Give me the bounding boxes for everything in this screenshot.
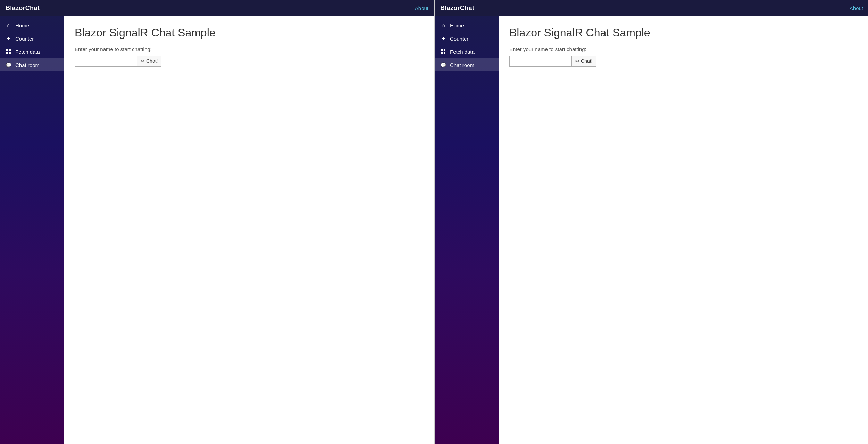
chat-icon-2 (440, 62, 446, 68)
sidebar-2: Home Counter Fetch data Chat room (435, 16, 499, 444)
sidebar-item-fetchdata-label-2: Fetch data (450, 49, 475, 55)
sidebar-item-fetchdata-label-1: Fetch data (15, 49, 40, 55)
chat-btn-icon-1 (141, 58, 144, 64)
sidebar-item-home-1[interactable]: Home (0, 19, 64, 32)
sidebar-item-fetchdata-2[interactable]: Fetch data (435, 45, 499, 58)
plus-icon-1 (6, 35, 12, 42)
chat-button-label-1: Chat! (146, 58, 158, 64)
sidebar-item-home-label-2: Home (450, 23, 464, 28)
sidebar-item-home-2[interactable]: Home (435, 19, 499, 32)
panel-1: BlazorChat About Home Counter Fetch data (0, 0, 434, 444)
sidebar-item-home-label-1: Home (15, 23, 29, 28)
name-input-2[interactable] (509, 56, 572, 67)
navbar-brand-1: BlazorChat (6, 5, 415, 12)
chat-button-label-2: Chat! (581, 58, 592, 64)
sidebar-item-counter-2[interactable]: Counter (435, 32, 499, 45)
main-content-2: Blazor SignalR Chat Sample Enter your na… (499, 16, 868, 444)
sidebar-item-chatroom-label-2: Chat room (450, 62, 474, 68)
page-title-1: Blazor SignalR Chat Sample (75, 26, 424, 39)
name-input-1[interactable] (75, 56, 137, 67)
prompt-text-1: Enter your name to start chatting: (75, 46, 424, 52)
prompt-text-2: Enter your name to start chatting: (509, 46, 858, 52)
home-icon-1 (6, 22, 12, 28)
app-layout-1: Home Counter Fetch data Chat room Blazor (0, 16, 434, 444)
home-icon-2 (440, 22, 446, 28)
chat-form-1: Chat! (75, 56, 424, 67)
navbar-1: BlazorChat About (0, 0, 434, 16)
sidebar-item-chatroom-label-1: Chat room (15, 62, 40, 68)
sidebar-item-fetchdata-1[interactable]: Fetch data (0, 45, 64, 58)
app-layout-2: Home Counter Fetch data Chat room Blazor (435, 16, 868, 444)
panel-2: BlazorChat About Home Counter Fetch data (435, 0, 868, 444)
sidebar-item-chatroom-2[interactable]: Chat room (435, 58, 499, 71)
sidebar-item-counter-1[interactable]: Counter (0, 32, 64, 45)
plus-icon-2 (440, 35, 446, 42)
grid-icon-2 (440, 49, 446, 55)
grid-icon-1 (6, 49, 12, 55)
navbar-brand-2: BlazorChat (440, 5, 850, 12)
navbar-2: BlazorChat About (435, 0, 868, 16)
chat-icon-1 (6, 62, 12, 68)
sidebar-item-counter-label-1: Counter (15, 36, 34, 42)
sidebar-item-chatroom-1[interactable]: Chat room (0, 58, 64, 71)
sidebar-1: Home Counter Fetch data Chat room (0, 16, 64, 444)
chat-button-1[interactable]: Chat! (137, 56, 161, 67)
main-content-1: Blazor SignalR Chat Sample Enter your na… (64, 16, 434, 444)
page-title-2: Blazor SignalR Chat Sample (509, 26, 858, 39)
chat-button-2[interactable]: Chat! (572, 56, 596, 67)
chat-form-2: Chat! (509, 56, 858, 67)
about-link-2[interactable]: About (850, 5, 863, 11)
chat-btn-icon-2 (575, 58, 579, 64)
about-link-1[interactable]: About (415, 5, 428, 11)
sidebar-item-counter-label-2: Counter (450, 36, 468, 42)
